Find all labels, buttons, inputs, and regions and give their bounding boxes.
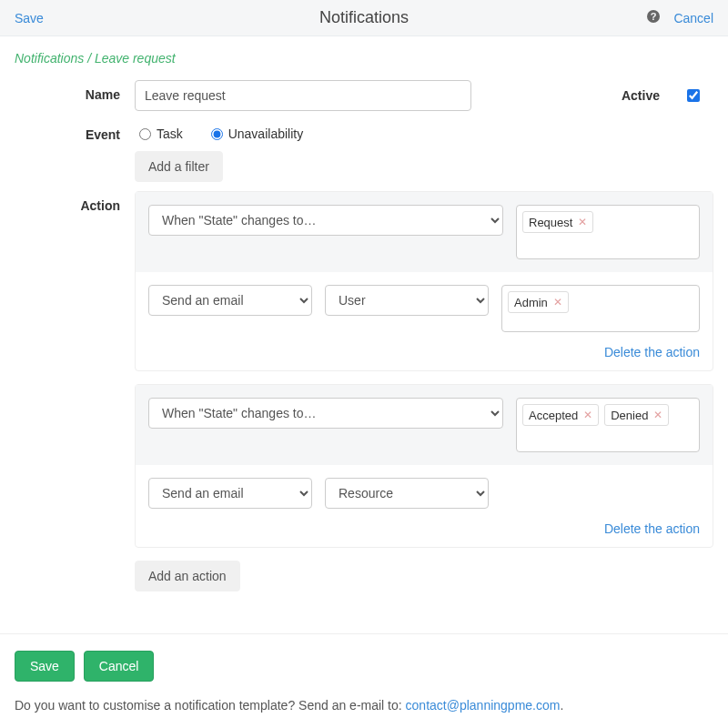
- tag-denied: Denied✕: [604, 404, 669, 426]
- svg-text:?: ?: [651, 11, 657, 22]
- breadcrumb: Notifications / Leave request: [15, 51, 713, 66]
- remove-tag-icon[interactable]: ✕: [553, 296, 562, 308]
- contact-email-link[interactable]: contact@planningpme.com: [406, 698, 561, 713]
- help-icon[interactable]: ?: [646, 9, 661, 26]
- remove-tag-icon[interactable]: ✕: [578, 216, 587, 228]
- event-task-text: Task: [157, 126, 183, 141]
- remove-tag-icon[interactable]: ✕: [653, 409, 662, 421]
- footer-text: Do you want to customise a notification …: [15, 698, 406, 713]
- event-unavailability-option[interactable]: Unavailability: [207, 126, 303, 141]
- trigger-select[interactable]: When "State" changes to…: [148, 205, 503, 236]
- header-cancel-link[interactable]: Cancel: [673, 11, 713, 25]
- cancel-button[interactable]: Cancel: [84, 651, 155, 682]
- trigger-select[interactable]: When "State" changes to…: [148, 398, 503, 429]
- dialog-title: Notifications: [0, 8, 728, 27]
- trigger-tags-box[interactable]: Accepted✕ Denied✕: [516, 398, 700, 452]
- action-target-select[interactable]: Resource: [325, 478, 489, 509]
- event-unavailability-radio[interactable]: [211, 128, 223, 140]
- dialog-header: Save Notifications ? Cancel: [0, 0, 728, 36]
- event-label: Event: [15, 120, 135, 142]
- add-filter-button[interactable]: Add a filter: [135, 151, 223, 182]
- action-label: Action: [15, 191, 135, 213]
- active-checkbox[interactable]: [687, 89, 700, 102]
- save-button[interactable]: Save: [15, 651, 75, 682]
- event-task-radio[interactable]: [139, 128, 151, 140]
- remove-tag-icon[interactable]: ✕: [583, 409, 592, 421]
- action-do-select[interactable]: Send an email: [148, 285, 312, 316]
- trigger-tags-box[interactable]: Request✕: [516, 205, 700, 259]
- tag-request: Request✕: [522, 211, 593, 233]
- action-block: When "State" changes to… Request✕ Send a…: [135, 191, 713, 371]
- delete-action-link[interactable]: Delete the action: [136, 345, 713, 370]
- action-do-select[interactable]: Send an email: [148, 478, 312, 509]
- active-label: Active: [622, 88, 660, 103]
- add-action-button[interactable]: Add an action: [135, 561, 240, 592]
- name-label: Name: [15, 80, 135, 102]
- action-block: When "State" changes to… Accepted✕ Denie…: [135, 384, 713, 548]
- event-task-option[interactable]: Task: [135, 126, 183, 141]
- target-tags-box[interactable]: Admin✕: [501, 285, 700, 332]
- header-save-link[interactable]: Save: [15, 11, 44, 25]
- tag-admin: Admin✕: [508, 291, 569, 313]
- footer: Save Cancel Do you want to customise a n…: [0, 633, 728, 728]
- action-target-select[interactable]: User: [325, 285, 489, 316]
- event-unavailability-text: Unavailability: [228, 126, 303, 141]
- tag-accepted: Accepted✕: [522, 404, 599, 426]
- name-input[interactable]: [135, 80, 471, 111]
- delete-action-link[interactable]: Delete the action: [136, 521, 713, 547]
